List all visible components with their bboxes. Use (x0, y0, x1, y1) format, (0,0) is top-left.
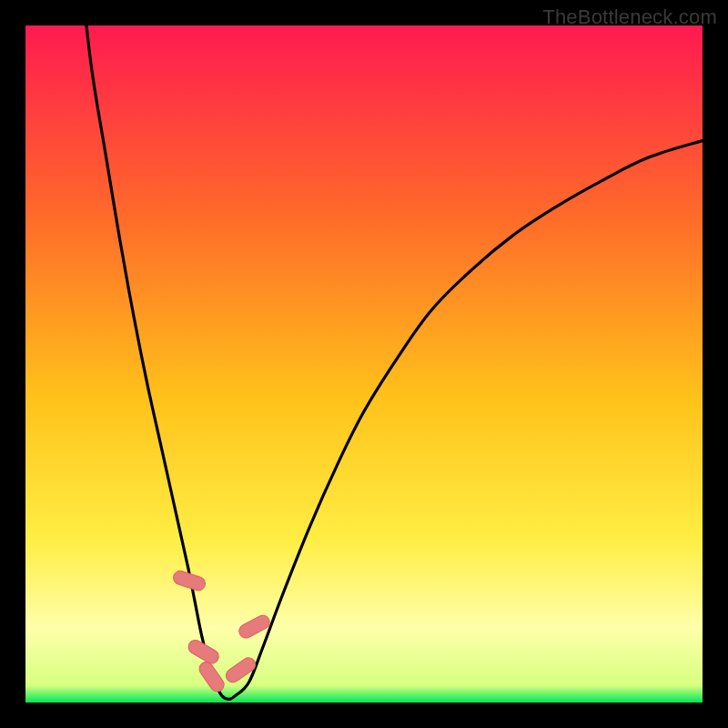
bottleneck-chart (25, 25, 703, 703)
chart-frame (25, 25, 703, 703)
plot-area (25, 25, 703, 703)
gradient-background (25, 25, 703, 703)
